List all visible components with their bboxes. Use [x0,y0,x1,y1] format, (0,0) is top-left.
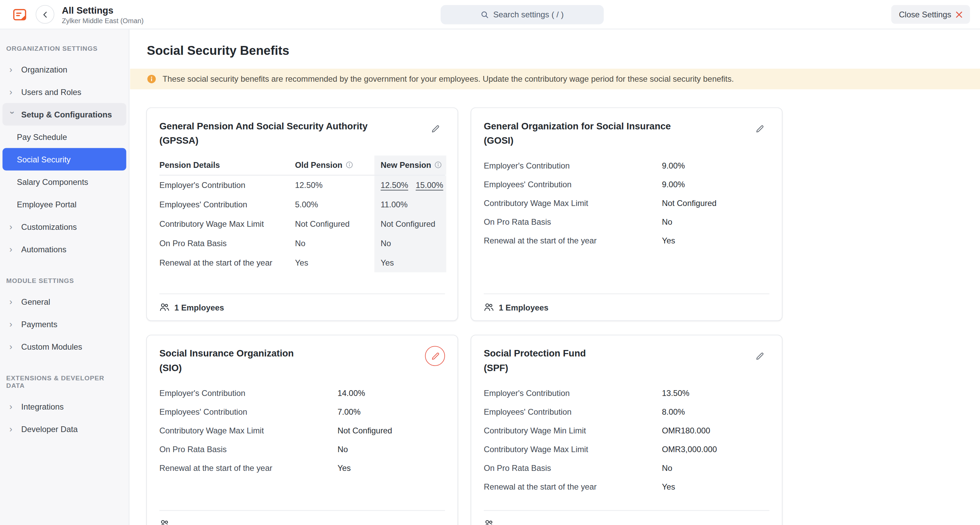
sidebar-item-setup-configurations[interactable]: › Setup & Configurations [2,103,126,125]
chevron-right-icon: › [10,222,16,231]
row-label: On Pro Rata Basis [484,463,662,473]
pension-table-body: Employer's Contribution 12.50% 12.50% 15… [159,175,445,272]
employees-icon [484,519,494,525]
chevron-right-icon: › [10,297,16,306]
sidebar-item-employee-portal[interactable]: Employee Portal [0,193,129,216]
employee-count[interactable]: 1 Employees [484,293,769,312]
section-title: MODULE SETTINGS [0,260,129,290]
row-value: Yes [662,236,769,246]
table-row: Employees' Contribution 5.00% 11.00% [159,194,445,214]
employee-count[interactable]: 1 Employees [159,293,445,312]
edit-gosi-button[interactable] [749,119,769,139]
new-pension-value: 11.00% [374,194,446,214]
banner-text: These social security benefits are recom… [162,74,734,84]
sidebar-item-automations[interactable]: › Automations [0,238,129,260]
organization-name: Zylker Middle East (Oman) [62,17,144,24]
chevron-right-icon: › [10,87,16,96]
info-icon[interactable] [434,161,442,168]
info-icon [147,74,156,84]
sidebar-item-social-security[interactable]: Social Security [2,148,126,171]
sidebar-item-label: Social Security [17,155,71,164]
detail-row: Renewal at the start of the year Yes [484,477,769,496]
settings-sidebar: ORGANIZATION SETTINGS › Organization › U… [0,29,129,525]
table-row: On Pro Rata Basis No No [159,233,445,253]
old-pension-value: Not Configured [295,214,374,233]
employee-count-label: 1 Employees [499,303,549,312]
row-label: Employees' Contribution [484,407,662,417]
page-title: All Settings [62,5,144,15]
row-value: 7.00% [337,407,445,417]
employee-count[interactable] [484,510,769,525]
sidebar-item-label: Custom Modules [21,342,82,351]
section-module-settings: MODULE SETTINGS › General › Payments › C… [0,260,129,358]
top-bar: All Settings Zylker Middle East (Oman) S… [0,0,980,29]
card-title: General Pension And Social Security Auth… [159,119,368,148]
row-value: No [662,217,769,227]
close-settings-button[interactable]: Close Settings [891,5,970,24]
edit-gpssa-button[interactable] [425,119,445,139]
app-logo-icon [13,7,27,21]
sidebar-item-custom-modules[interactable]: › Custom Modules [0,335,129,358]
row-value: 13.50% [662,389,769,398]
row-value: 9.00% [662,180,769,189]
sidebar-item-salary-components[interactable]: Salary Components [0,171,129,193]
detail-row: Contributory Wage Max Limit OMR3,000.000 [484,440,769,458]
sidebar-item-payments[interactable]: › Payments [0,313,129,335]
sidebar-item-customizations[interactable]: › Customizations [0,216,129,238]
row-label: Contributory Wage Min Limit [484,426,662,435]
table-row: Employer's Contribution 12.50% 12.50% 15… [159,175,445,194]
sidebar-item-integrations[interactable]: › Integrations [0,395,129,418]
benefit-cards-grid: General Pension And Social Security Auth… [146,107,980,525]
sidebar-item-label: General [21,297,50,306]
table-row: Contributory Wage Max Limit Not Configur… [159,214,445,233]
row-value: Not Configured [662,198,769,208]
header-title-block: All Settings Zylker Middle East (Oman) [62,5,144,24]
row-label: Contributory Wage Max Limit [484,445,662,454]
new-pension-value: Not Configured [374,214,446,233]
row-label: Employees' Contribution [484,180,662,189]
info-banner: These social security benefits are recom… [130,69,980,90]
sidebar-item-organization[interactable]: › Organization [0,58,129,81]
detail-row: Employees' Contribution 9.00% [484,175,769,194]
chevron-right-icon: › [10,402,16,411]
detail-row: On Pro Rata Basis No [484,213,769,232]
detail-row: Employees' Contribution 7.00% [159,403,445,421]
edit-spf-button[interactable] [749,346,769,366]
main-content: Social Security Benefits These social se… [130,29,980,525]
chevron-right-icon: › [10,245,16,254]
row-label: Contributory Wage Max Limit [159,426,338,435]
row-label: Employer's Contribution [159,389,338,398]
sidebar-item-general[interactable]: › General [0,290,129,313]
row-label: On Pro Rata Basis [159,445,338,454]
row-label: On Pro Rata Basis [159,233,295,253]
sidebar-item-label: Setup & Configurations [21,109,112,119]
row-label: Renewal at the start of the year [159,253,295,272]
row-value: OMR180.000 [662,426,769,435]
sio-card: Social Insurance Organization (SIO) Empl… [146,335,458,525]
sidebar-item-users-and-roles[interactable]: › Users and Roles [0,81,129,103]
search-settings-button[interactable]: Search settings ( / ) [441,5,604,24]
row-label: Employer's Contribution [484,389,662,398]
gosi-card: General Organization for Social Insuranc… [471,107,783,321]
row-value: No [662,463,769,473]
old-pension-value: 12.50% [295,175,374,194]
back-button[interactable] [36,5,54,24]
sidebar-item-label: Salary Components [17,177,88,187]
detail-row: Renewal at the start of the year Yes [484,232,769,250]
new-pension-current-value: 12.50% [380,180,408,190]
employees-icon [484,302,494,312]
edit-sio-button-highlighted[interactable] [425,346,445,366]
table-row: Renewal at the start of the year Yes Yes [159,253,445,272]
pension-table-header: Pension Details Old Pension New Pension [159,155,445,175]
sidebar-item-label: Integrations [21,402,64,411]
sidebar-item-pay-schedule[interactable]: Pay Schedule [0,125,129,148]
employee-count[interactable] [159,510,445,525]
employees-icon [159,519,169,525]
row-value: Yes [662,482,769,492]
sidebar-item-developer-data[interactable]: › Developer Data [0,418,129,440]
page-heading: Social Security Benefits [147,44,980,58]
sidebar-item-label: Customizations [21,222,77,232]
info-icon[interactable] [345,161,353,168]
sidebar-item-label: Payments [21,319,57,329]
benefit-details: Employer's Contribution 13.50% Employees… [484,384,769,496]
